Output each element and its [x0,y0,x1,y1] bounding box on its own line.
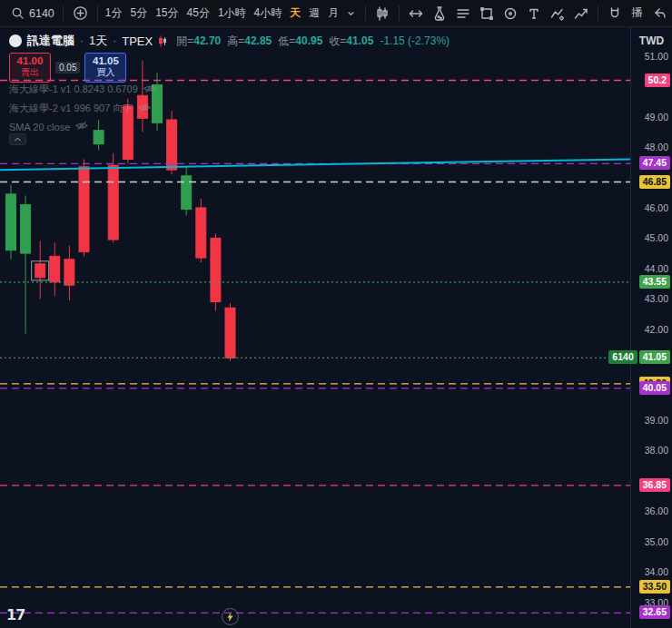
candle-body-11 [167,120,177,170]
interval-15分[interactable]: 15分 [155,5,178,21]
symbol-search-text: 6140 [29,7,54,20]
price-label-40.05[interactable]: 40.05 [639,381,670,395]
indicator-text: 海大線學-1 v1 0.8243 0.6709 [9,83,138,96]
candle-body-14 [211,238,221,301]
price-label-32.65[interactable]: 32.65 [639,605,670,619]
price-label-36.85[interactable]: 36.85 [639,478,670,492]
trade-panel: 41.00 賣出 0.05 41.05 買入 [9,53,126,83]
text-tool-icon [527,6,541,21]
price-label-50.2[interactable]: 50.2 [645,74,670,87]
candle-body-2 [35,264,45,278]
trendline[interactable] [0,159,630,170]
top-toolbar: 6140 1分5分15分45分1小時4小時天週月 [0,0,672,27]
divider [598,5,598,21]
boost-button[interactable] [222,608,239,625]
price-label-47.45[interactable]: 47.45 [639,156,670,170]
undo-icon [652,6,667,20]
ohlc-pair: 收=41.05 [329,34,373,49]
divider [399,5,400,21]
symbol-logo [9,34,22,47]
chevron-down-icon [346,9,356,18]
axis-tick-38: 38.00 [645,445,668,456]
interval-1小時[interactable]: 1小時 [218,5,246,21]
indicator-row-3[interactable]: SMA 20 close [9,121,156,132]
axis-tick-45: 45.00 [645,232,668,243]
symbol-info-row[interactable]: 訊達電腦 · 1天 · TPEX 開=42.70高=42.85低=40.95收=… [9,33,450,49]
eye-off-icon[interactable] [75,121,88,131]
draw-tool-button[interactable] [546,5,569,23]
sell-label: 賣出 [10,66,50,79]
candle-body-15 [225,308,235,358]
interval-週[interactable]: 週 [309,5,320,21]
magnet-button[interactable] [603,5,627,23]
change-value: -1.15 (-2.73%) [380,34,450,47]
eye-off-icon[interactable] [143,83,156,93]
interval-5分[interactable]: 5分 [131,5,148,21]
chart-style-button[interactable] [371,5,394,23]
buy-label: 買入 [85,66,125,79]
chevron-up-icon [14,136,22,142]
circle-dot-icon [503,6,518,21]
currency-label[interactable]: TWD [631,34,672,47]
axis-tick-39: 39.00 [645,415,668,426]
interval-1分[interactable]: 1分 [105,5,123,21]
flask-icon [432,6,447,21]
axis-tick-34: 34.00 [645,566,668,577]
axis-tick-35: 35.00 [645,536,668,547]
forecast-tool-button[interactable] [569,5,593,23]
compare-arrows-icon [409,6,423,21]
interval-4小時[interactable]: 4小時 [254,5,282,21]
axis-tick-51: 51.00 [645,51,668,62]
tradingview-logo[interactable]: 17 [6,606,25,623]
text-tool-button[interactable] [522,5,546,23]
symbol-search[interactable]: 6140 [7,6,58,20]
mini-candle-icon [158,35,167,47]
add-symbol-button[interactable] [68,4,93,23]
templates-button[interactable] [451,5,475,23]
divider [97,5,98,21]
price-label-43.55[interactable]: 43.55 [639,275,670,289]
symbol-interval[interactable]: 1天 [89,33,107,49]
list-lines-icon [456,6,470,21]
collapse-indicators-button[interactable] [9,133,26,145]
candle-body-4 [64,260,74,285]
price-label-46.85[interactable]: 46.85 [639,175,670,189]
indicator-legend: 海大線學-1 v1 0.8243 0.6709海大線學-2 v1 996 907… [9,83,156,132]
candle-body-12 [182,176,192,210]
price-label-33.50[interactable]: 33.50 [639,580,670,594]
axis-tick-44: 44.00 [645,263,668,274]
circle-tool-button[interactable] [499,5,522,23]
trend-arrow-icon [574,6,588,21]
price-axis[interactable]: TWD 51.0049.0048.0046.0045.0044.0043.004… [630,27,672,628]
sell-price: 41.00 [10,55,50,66]
indicators-button[interactable] [428,5,451,23]
candle-body-1 [21,205,31,253]
eye-off-icon[interactable] [138,103,151,113]
current-price-symbol: 6140 [608,350,637,364]
symbol-name[interactable]: 訊達電腦 [27,33,74,49]
interval-45分[interactable]: 45分 [187,5,210,21]
interval-switcher: 1分5分15分45分1小時4小時天週月 [103,5,341,21]
current-price-value: 41.05 [639,350,670,364]
indicator-row-1[interactable]: 海大線學-1 v1 0.8243 0.6709 [9,83,156,96]
magnet-icon [608,6,622,21]
undo-button[interactable] [647,5,671,22]
divider [365,5,366,21]
chart-pane[interactable]: TWD 51.0049.0048.0046.0045.0044.0043.004… [0,27,672,628]
interval-dropdown-button[interactable] [341,7,361,20]
replay-button[interactable]: 播 [627,4,647,23]
axis-tick-42: 42.00 [645,324,668,335]
compare-button[interactable] [404,5,428,23]
current-price-badge[interactable]: 614041.05 [608,350,670,364]
indicator-row-2[interactable]: 海大線學-2 v1 996 907 向下 [9,102,156,115]
buy-button[interactable]: 41.05 買入 [84,53,126,83]
sell-button[interactable]: 41.00 賣出 [9,53,51,83]
candle-body-3 [50,256,60,281]
buy-price: 41.05 [85,55,125,66]
interval-天[interactable]: 天 [290,5,301,21]
plus-icon [73,5,88,21]
interval-月[interactable]: 月 [328,5,339,21]
separator: · [113,34,116,47]
rectangle-tool-button[interactable] [475,5,499,23]
ohlc-pair: 開=42.70 [176,34,221,49]
